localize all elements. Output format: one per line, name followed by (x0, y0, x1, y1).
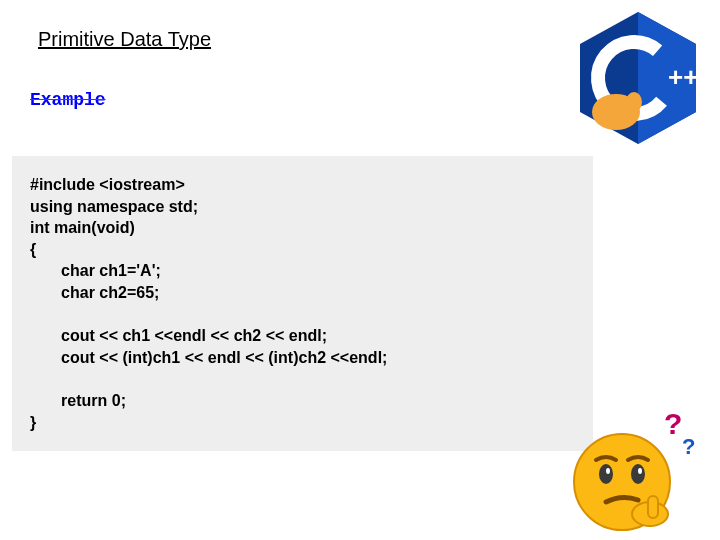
example-label: Example (30, 90, 106, 110)
page-title: Primitive Data Type (38, 28, 211, 51)
cpp-plus-text: ++ (668, 62, 698, 92)
svg-text:?: ? (664, 407, 682, 440)
svg-point-9 (606, 468, 610, 474)
svg-point-7 (599, 464, 613, 484)
cpp-logo-icon: ++ (568, 8, 708, 148)
svg-point-4 (626, 92, 642, 112)
svg-point-8 (631, 464, 645, 484)
svg-rect-12 (648, 496, 658, 518)
svg-point-10 (638, 468, 642, 474)
svg-text:?: ? (682, 434, 695, 459)
code-example-block: #include <iostream> using namespace std;… (12, 156, 593, 451)
thinking-emoji-icon: ? ? (552, 404, 702, 534)
